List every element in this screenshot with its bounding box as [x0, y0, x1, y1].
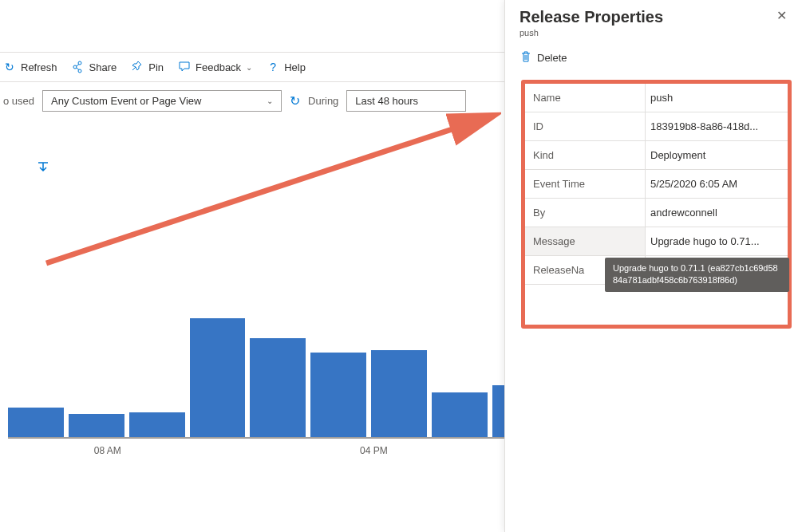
feedback-icon — [178, 61, 191, 73]
refresh-filter-icon[interactable]: ↻ — [290, 93, 300, 108]
chart-bar[interactable] — [69, 414, 124, 437]
help-button[interactable]: ? Help — [267, 61, 306, 73]
property-row: ID183919b8-8a86-418d... — [525, 112, 788, 141]
pin-icon — [131, 61, 144, 73]
property-key: ID — [525, 112, 645, 140]
property-value[interactable]: Upgrade hugo to 0.71... — [645, 227, 788, 255]
property-row: KindDeployment — [525, 141, 788, 170]
property-key: By — [525, 199, 645, 227]
pin-button[interactable]: Pin — [131, 61, 164, 73]
property-value[interactable]: push — [645, 84, 788, 112]
pin-label: Pin — [148, 61, 164, 73]
property-row: Event Time5/25/2020 6:05 AM — [525, 170, 788, 199]
panel-title: Release Properties — [519, 8, 784, 26]
feedback-button[interactable]: Feedback ⌄ — [178, 61, 252, 73]
release-marker-icon[interactable] — [37, 161, 49, 177]
property-key: Kind — [525, 141, 645, 169]
x-axis-label: 08 AM — [94, 445, 121, 456]
close-icon[interactable]: ✕ — [776, 8, 787, 23]
time-range-value: Last 48 hours — [355, 95, 418, 107]
during-label: During — [308, 95, 338, 107]
help-label: Help — [284, 61, 306, 73]
property-key: Event Time — [525, 170, 645, 198]
delete-button[interactable]: Delete — [505, 42, 798, 73]
help-icon: ? — [267, 61, 279, 73]
refresh-label: Refresh — [21, 61, 57, 73]
event-dropdown-value: Any Custom Event or Page View — [51, 95, 201, 107]
release-properties-panel: Release Properties push ✕ Delete Namepus… — [504, 0, 798, 532]
chart-bar[interactable] — [371, 350, 427, 437]
property-row: MessageUpgrade hugo to 0.71... — [525, 227, 788, 256]
delete-label: Delete — [537, 52, 567, 64]
time-range-input[interactable]: Last 48 hours — [346, 90, 466, 112]
property-value[interactable]: andrewconnell — [645, 199, 788, 227]
chevron-down-icon: ⌄ — [267, 97, 273, 105]
x-axis-label: 04 PM — [360, 445, 388, 456]
property-value[interactable]: Deployment — [645, 141, 788, 169]
chart-bar[interactable] — [190, 318, 246, 437]
event-dropdown[interactable]: Any Custom Event or Page View ⌄ — [42, 90, 282, 112]
chart-bar[interactable] — [129, 412, 185, 437]
property-key: Message — [525, 227, 645, 255]
chart-bar[interactable] — [310, 353, 366, 437]
refresh-button[interactable]: ↻ Refresh — [3, 61, 57, 73]
chart-bar[interactable] — [8, 408, 64, 437]
properties-highlight-box: NamepushID183919b8-8a86-418d...KindDeplo… — [521, 80, 792, 329]
message-tooltip: Upgrade hugo to 0.71.1 (ea827cb1c69d5884… — [605, 258, 789, 292]
property-row: Namepush — [525, 84, 788, 112]
who-used-label: o used — [3, 95, 34, 107]
chart-bar[interactable] — [250, 338, 306, 437]
refresh-icon: ↻ — [3, 61, 16, 73]
share-button[interactable]: Share — [72, 61, 117, 73]
property-value[interactable]: 5/25/2020 6:05 AM — [645, 170, 788, 198]
share-icon — [72, 61, 85, 73]
property-value[interactable]: 183919b8-8a86-418d... — [645, 112, 788, 140]
property-key: Name — [525, 84, 645, 112]
chevron-down-icon: ⌄ — [246, 63, 252, 72]
share-label: Share — [89, 61, 117, 73]
feedback-label: Feedback — [196, 61, 241, 73]
panel-header: Release Properties push ✕ — [505, 0, 798, 42]
chart-bar[interactable] — [432, 392, 488, 437]
property-row: Byandrewconnell — [525, 199, 788, 227]
trash-icon — [519, 50, 532, 65]
panel-subtitle: push — [519, 28, 784, 37]
